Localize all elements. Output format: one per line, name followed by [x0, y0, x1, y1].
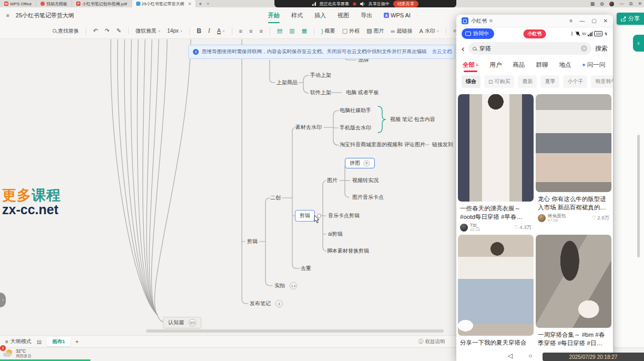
insert-topic-after-button[interactable]: ▦ [302, 27, 307, 34]
summary-button[interactable]: }概要 [321, 27, 335, 35]
mindmap-node-music-beat-edit[interactable]: 音乐卡点剪辑 [328, 212, 360, 219]
mindmap-node-material-watermark-removal[interactable]: 素材去水印 [295, 124, 322, 131]
mindmap-node-ai-edit[interactable]: ai剪辑 [328, 230, 343, 238]
menu-开始[interactable]: 开始 [268, 12, 280, 19]
result-tab-地点[interactable]: 地点 [559, 61, 571, 69]
result-tab-商品[interactable]: 商品 [513, 61, 525, 69]
search-button[interactable]: 搜索 [595, 44, 608, 53]
hyperlink-button[interactable]: ∞超链接 [391, 27, 413, 35]
wps-tab-2[interactable]: P小红书笔记创作指南.pdf [72, 0, 131, 7]
font-button[interactable]: 微软雅黑∨ [136, 27, 160, 35]
phone-close-button[interactable]: ✕ [604, 18, 608, 24]
mindmap-node-software-shelve[interactable]: 软件上架 [310, 89, 331, 96]
mindmap-node-edit-selected[interactable]: 剪辑 [295, 210, 315, 222]
layout-switch-icon[interactable]: ▦ [590, 1, 595, 6]
mindmap-node-pic-music-beat[interactable]: 图片音乐卡点 [352, 194, 384, 201]
font-size-button[interactable]: 14px∨ [167, 28, 182, 34]
panel-scrollbar[interactable] [637, 135, 640, 257]
mindmap-node-shelve-product[interactable]: 上架商品 [277, 79, 298, 86]
mindmap-node-real-shoot[interactable]: 实拍14 [274, 282, 297, 289]
phone-menu-icon[interactable]: ≡ [569, 18, 573, 24]
stop-share-button[interactable]: 结束共享 [393, 1, 418, 7]
like-count[interactable]: ♡ 4.3万 [514, 224, 531, 231]
result-tab-全部[interactable]: 全部≡ [463, 61, 478, 69]
format-painter-button[interactable]: ✎ [116, 27, 121, 34]
mindmap-node-collage[interactable]: 拼图+ [345, 158, 375, 168]
mindmap-node-taobao-douyin-material[interactable]: 淘宝抖音商城里面的视频和 评论图片 [340, 141, 425, 148]
phone-feed[interactable]: 一些春天的漂亮衣服～ #ootd每日穿搭 #早春…Tttt_02-14♡ 4.3… [456, 91, 613, 361]
mindmap-node-edit-parent[interactable]: 剪辑 [247, 238, 258, 245]
mindmap-node-video-to-live[interactable]: 视频转实况 [352, 177, 379, 184]
mindmap-node-pc-social-helper[interactable]: 电脑社媒助手 [340, 107, 371, 114]
user-avatar[interactable] [609, 2, 614, 6]
tab-list-dropdown[interactable]: ∨ [205, 0, 211, 7]
panel-collapse-tab[interactable]: ‹ [633, 35, 644, 52]
phone-maximize-button[interactable]: ▢ [591, 18, 596, 24]
phone-window-titlebar[interactable]: 小红书 ⧉ ≡ — ▢ ✕ [456, 15, 613, 27]
insert-topic-button[interactable]: ▤ [277, 27, 282, 34]
result-tab-群聊[interactable]: 群聊 [536, 61, 548, 69]
mindmap-node-manual-shelve[interactable]: 手动上架 [310, 72, 331, 79]
canvas-horizontal-scrollbar[interactable] [146, 329, 444, 333]
feed-card[interactable]: 一些春天的漂亮衣服～ #ootd每日穿搭 #早春…Tttt_02-14♡ 4.3… [458, 94, 534, 235]
search-button[interactable]: 查找替换 [53, 27, 79, 35]
back-icon[interactable]: ‹ [462, 44, 465, 53]
mindmap-node-mobile-watermark-removal[interactable]: 手机版去水印 [340, 124, 371, 132]
watermark-button[interactable]: A水印∨ [419, 27, 439, 35]
menu-导出[interactable]: 导出 [361, 12, 372, 19]
result-tab-问一问[interactable]: ✦问一问 [581, 61, 605, 69]
redo-button[interactable]: ↷ [105, 27, 109, 34]
mindmap-node-picture-branch[interactable]: 图片 [327, 177, 338, 184]
style-icon[interactable]: ▤ [37, 339, 42, 345]
add-child-button[interactable]: + [363, 160, 370, 167]
filter-chip-韩里韩气[interactable]: 韩里韩气 [591, 75, 613, 88]
mindmap-node-video-note-content[interactable]: 视频 笔记 包含内容 [390, 116, 435, 123]
mindmap-node-cognition[interactable]: 认知篇85 [163, 317, 201, 328]
feed-card[interactable]: 一周穿搭合集～ #bm #春季穿搭 #每日穿搭 #日… [536, 235, 611, 348]
go-cloud-docs-link[interactable]: 去云文档 [432, 48, 452, 55]
new-tab-button[interactable]: + [196, 0, 205, 7]
filter-chip-小个子[interactable]: 小个子 [563, 75, 587, 88]
close-button[interactable]: ✕ [638, 1, 642, 6]
clear-search-icon[interactable]: ✕ [581, 45, 587, 52]
align-right-button[interactable]: ≡ [259, 28, 262, 34]
filter-chip-综合[interactable]: 综合 [462, 75, 481, 88]
menu-wps-ai[interactable]: AWPS AI [384, 12, 411, 18]
nav-back-button[interactable]: ◁ [508, 352, 513, 359]
collab-pill[interactable]: 协同中 [462, 28, 494, 39]
minimize-button[interactable]: — [619, 1, 624, 6]
menu-插入[interactable]: 插入 [314, 12, 326, 19]
outer-frame-button[interactable]: ▢外框 [342, 27, 360, 35]
feed-card[interactable]: 龙心 你有这么牛的版型进入市场 新品百褶裙真的…烤焦面包07-08♡ 2.8万 [536, 94, 611, 226]
like-count[interactable]: ♡ 2.8万 [591, 215, 609, 222]
mindmap-node-dedup[interactable]: 去重 [301, 265, 311, 272]
skin-icon[interactable]: ◍ [600, 1, 604, 6]
undo-button[interactable]: ↶ [93, 27, 98, 34]
outline-mode-button[interactable]: ≡大纲模式 [5, 338, 32, 345]
canvas-tab[interactable]: 画布1 [47, 337, 70, 346]
weather-widget[interactable]: 32°C 局部多云 [3, 349, 32, 358]
mindmap-node-script-material-replace-edit[interactable]: 脚本素材替换剪辑 [327, 247, 369, 255]
align-center-button[interactable]: ≡ [249, 28, 252, 34]
mindmap-node-pc-or-pad[interactable]: 电脑 或者平板 [346, 89, 379, 96]
nav-home-button[interactable]: ○ [528, 352, 532, 359]
phone-search-input[interactable]: 穿搭 ✕ [468, 42, 591, 55]
wps-tab-0[interactable]: WWPS Office [0, 0, 36, 7]
rights-info[interactable]: ⓘ权益说明 [418, 338, 445, 345]
font-color-button[interactable]: A∨ [217, 28, 225, 34]
mindmap-node-second-creation[interactable]: 二创 [270, 194, 281, 202]
wps-tab-1[interactable]: 找稿壳模板 [36, 0, 72, 7]
picture-button[interactable]: ▨图片 [366, 27, 384, 35]
menu-视图[interactable]: 视图 [338, 12, 349, 19]
wps-tab-3[interactable]: 25小红书笔记带货大纲✕ [132, 0, 197, 7]
menu-样式[interactable]: 样式 [291, 12, 303, 19]
insert-subtopic-button[interactable]: ▥ [289, 27, 294, 34]
result-tab-用户[interactable]: 用户 [489, 61, 502, 69]
mindmap-node-link-send[interactable]: 链接发到 [432, 141, 453, 148]
hamburger-menu-icon[interactable]: ≡ [6, 13, 9, 18]
feed-card[interactable]: 分享一下我的夏天穿搭合 [458, 235, 534, 348]
add-canvas-button[interactable]: + [76, 339, 79, 345]
share-button[interactable]: 分享 [617, 13, 644, 25]
avatar[interactable] [460, 224, 468, 232]
filter-chip-夏季[interactable]: 夏季 [540, 75, 559, 88]
